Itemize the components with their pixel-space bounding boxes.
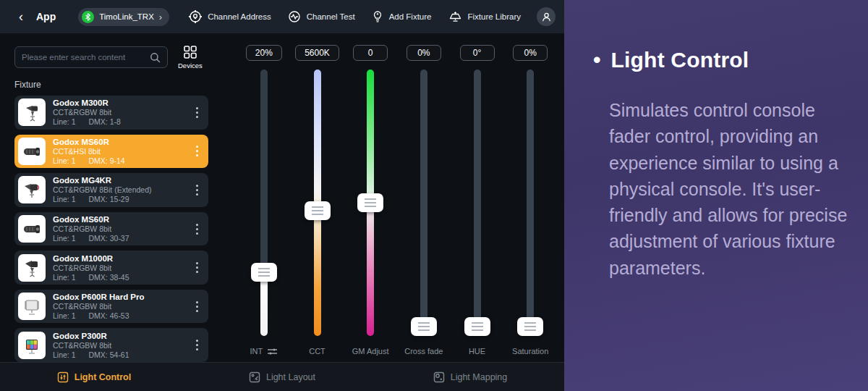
tab-light-control[interactable]: Light Control [0, 371, 188, 383]
page-title: App [36, 11, 56, 22]
fixture-dmx: DMX: 54-61 [89, 350, 129, 360]
fixture-library-label: Fixture Library [468, 12, 522, 21]
chevron-right-icon: › [159, 12, 162, 22]
fixture-line: Line: 1 [53, 311, 76, 321]
fixture-row-ms60r-selected[interactable]: Godox MS60R CCT&HSI 8bit Line: 1 DMX: 9-… [14, 135, 208, 169]
hue-label: HUE [469, 347, 485, 356]
saturation-track[interactable] [527, 70, 534, 336]
intensity-label: INT [250, 347, 263, 356]
top-actions: Channel Address Channel Test Add Fixture [188, 9, 521, 24]
more-options-icon[interactable] [191, 182, 203, 198]
add-fixture-label: Add Fixture [389, 12, 432, 21]
fader-cct: 5600K CCT [291, 45, 344, 362]
channel-address-icon [188, 9, 203, 24]
intensity-track[interactable] [260, 70, 268, 336]
fixture-mode: CCT&HSI 8bit [53, 147, 191, 156]
add-fixture-bulb-icon [371, 9, 384, 24]
cct-value-box[interactable]: 5600K [295, 45, 339, 61]
more-options-icon[interactable] [191, 143, 203, 159]
channel-test-icon [287, 9, 302, 24]
channel-address-button[interactable]: Channel Address [188, 9, 271, 24]
fixture-mode: CCT&RGBW 8bit [53, 341, 191, 350]
search-icon[interactable] [150, 52, 161, 63]
fixture-mode: CCT&RGBW 8bit [53, 264, 191, 273]
saturation-value-box[interactable]: 0% [513, 45, 548, 61]
spotlight-fixture-icon [18, 254, 46, 282]
fixture-line: Line: 1 [53, 195, 76, 204]
fixture-row-p300r[interactable]: Godox P300R CCT&RGBW 8bit Line: 1 DMX: 5… [14, 328, 208, 362]
fader-gm-adjust: 0 GM Adjust [344, 45, 397, 362]
info-description: Simulates control console fader control,… [609, 97, 851, 281]
top-bar: ‹ App TimoLink_TRX › Channel Address [0, 0, 564, 33]
screen: ‹ App TimoLink_TRX › Channel Address [0, 0, 868, 391]
fixture-mode: CCT&RGBW 8bit [53, 224, 191, 234]
gm-value-box[interactable]: 0 [353, 45, 388, 61]
channel-test-label: Channel Test [307, 12, 355, 21]
fixture-name: Godox MS60R [53, 214, 191, 224]
fixture-name: Godox MG4KR [53, 175, 191, 185]
more-options-icon[interactable] [191, 221, 203, 237]
fader-intensity: 20% INT [237, 45, 291, 362]
crossfade-label: Cross fade [404, 347, 443, 356]
devices-button[interactable]: Devices [178, 45, 203, 70]
device-connection-button[interactable]: TimoLink_TRX › [78, 8, 169, 26]
app-region: ‹ App TimoLink_TRX › Channel Address [0, 0, 564, 391]
panel-fixture-icon [18, 293, 46, 320]
channel-test-button[interactable]: Channel Test [287, 9, 355, 24]
int-settings-sliders-icon[interactable] [267, 347, 278, 356]
hue-track[interactable] [474, 70, 481, 336]
fader-saturation: 0% Saturation [503, 45, 557, 362]
tab-label: Light Control [75, 372, 131, 382]
fader-panel: 20% INT 5600K [226, 33, 564, 362]
channel-address-label: Channel Address [208, 12, 271, 21]
fixture-dmx: DMX: 15-29 [89, 195, 129, 204]
gm-label: GM Adjust [352, 347, 389, 356]
fixture-line: Line: 1 [53, 273, 76, 282]
crossfade-track[interactable] [420, 70, 427, 336]
tab-light-mapping[interactable]: Light Mapping [376, 371, 564, 383]
fixture-line: Line: 1 [53, 350, 76, 360]
light-control-fader-icon [57, 371, 69, 383]
fixture-dmx: DMX: 46-53 [89, 311, 129, 321]
fixture-mode: CCT&RGBW 8bit [53, 302, 191, 311]
fixture-row-m300r[interactable]: Godox M300R CCT&RGBW 8bit Line: 1 DMX: 1… [14, 96, 208, 130]
more-options-icon[interactable] [191, 298, 203, 315]
device-name-label: TimoLink_TRX [99, 12, 154, 21]
fixture-library-button[interactable]: Fixture Library [448, 9, 522, 24]
tab-light-layout[interactable]: Light Layout [188, 371, 376, 383]
more-options-icon[interactable] [191, 259, 203, 276]
light-mapping-icon [433, 371, 445, 383]
crossfade-value-box[interactable]: 0% [407, 45, 441, 61]
fixture-name: Godox P600R Hard Pro [53, 292, 191, 302]
intensity-value-box[interactable]: 20% [246, 45, 282, 61]
hue-value-box[interactable]: 0° [460, 45, 495, 61]
more-options-icon[interactable] [191, 337, 203, 353]
back-icon[interactable]: ‹ [13, 7, 29, 26]
fader-crossfade: 0% Cross fade [397, 45, 451, 362]
cct-label: CCT [309, 347, 326, 356]
search-input[interactable] [22, 53, 150, 62]
gm-handle[interactable] [357, 193, 383, 212]
fixture-line: Line: 1 [53, 117, 76, 127]
info-title: Light Control [611, 48, 749, 72]
fixture-row-ms60r[interactable]: Godox MS60R CCT&RGBW 8bit Line: 1 DMX: 3… [14, 212, 208, 246]
fixture-mode: CCT&RGBW 8bit [53, 108, 191, 117]
light-layout-icon [249, 371, 260, 383]
fixture-line: Line: 1 [53, 156, 76, 166]
profile-avatar[interactable] [537, 7, 556, 26]
add-fixture-button[interactable]: Add Fixture [371, 9, 432, 24]
crossfade-handle[interactable] [411, 317, 437, 336]
fixture-row-mg4kr[interactable]: Godox MG4KR CCT&RGBW 8Bit (Extended) Lin… [14, 173, 208, 207]
hue-handle[interactable] [464, 317, 490, 336]
saturation-handle[interactable] [517, 317, 543, 336]
tab-label: Light Layout [266, 372, 315, 382]
cct-handle[interactable] [305, 201, 331, 220]
fixture-dmx: DMX: 9-14 [89, 156, 125, 166]
fixture-name: Godox MS60R [53, 137, 191, 147]
fixture-row-p600r[interactable]: Godox P600R Hard Pro CCT&RGBW 8bit Line:… [14, 290, 208, 324]
fixture-name: Godox M300R [53, 98, 191, 108]
tab-label: Light Mapping [451, 372, 508, 382]
intensity-handle[interactable] [251, 263, 277, 282]
more-options-icon[interactable] [191, 104, 203, 121]
fixture-row-m1000r[interactable]: Godox M1000R CCT&RGBW 8bit Line: 1 DMX: … [14, 251, 208, 285]
